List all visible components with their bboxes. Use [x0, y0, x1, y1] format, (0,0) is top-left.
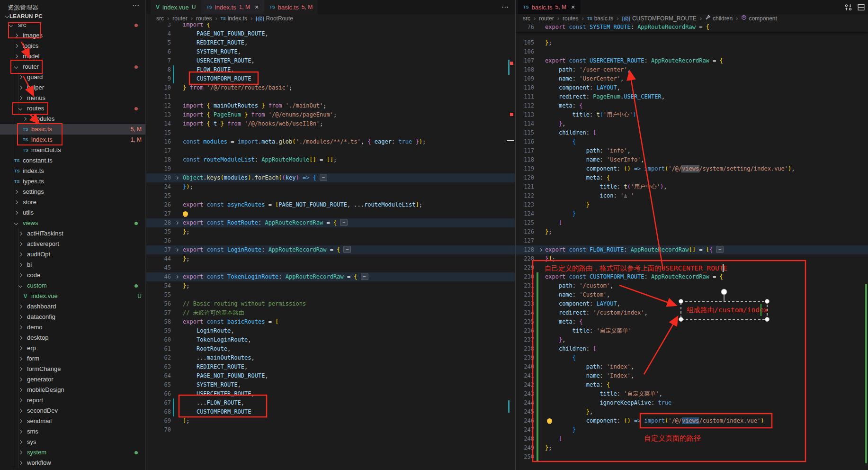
- fold-chevron-icon[interactable]: [539, 248, 542, 252]
- fold-ellipsis[interactable]: ⋯: [716, 246, 724, 253]
- code-line-64[interactable]: 64 PAGE_NOT_FOUND_ROUTE,: [146, 371, 515, 380]
- tree-item-dashboard[interactable]: dashboard: [0, 301, 145, 312]
- breadcrumb-item-src[interactable]: src: [523, 15, 530, 22]
- code-line-14[interactable]: 14import { t } from '/@/hooks/web/useI18…: [146, 119, 515, 128]
- tree-item-demo[interactable]: demo: [0, 322, 145, 333]
- code-line-66[interactable]: 66 USERCENTER_ROUTE,: [146, 389, 515, 398]
- code-line-45[interactable]: 45: [146, 263, 515, 272]
- code-line-15[interactable]: 15: [146, 128, 515, 137]
- code-line-13[interactable]: 13import { PageEnum } from '/@/enums/pag…: [146, 110, 515, 119]
- code-line-245[interactable]: 245 },: [516, 407, 868, 416]
- code-line-58[interactable]: 58export const basicRoutes = [: [146, 317, 515, 326]
- tree-item-constant.ts[interactable]: TSconstant.ts: [0, 155, 145, 166]
- code-line-248[interactable]: 248 ]: [516, 434, 868, 443]
- tree-item-secondDev[interactable]: secondDev: [0, 406, 145, 416]
- code-line-8[interactable]: 8 FLOW_ROUTE,: [146, 65, 515, 74]
- code-line-229[interactable]: 229: [516, 263, 868, 272]
- split-editor-icon[interactable]: [857, 3, 865, 11]
- code-line-113[interactable]: 113 title: t('用户中心'): [516, 110, 868, 119]
- tree-item-utils[interactable]: utils: [0, 208, 145, 218]
- code-line-70[interactable]: 70: [146, 425, 515, 434]
- tree-item-router[interactable]: router: [0, 62, 145, 72]
- code-line-246[interactable]: 246 component: () => import('/@/views/cu…: [516, 416, 868, 425]
- tree-item-src[interactable]: src: [0, 20, 145, 30]
- code-line-37[interactable]: 37export const LoginRoute: AppRouteRecor…: [146, 245, 515, 254]
- code-line-111[interactable]: 111 redirect: PageEnum.USER_CENTER,: [516, 92, 868, 101]
- code-line-4[interactable]: 4 PAGE_NOT_FOUND_ROUTE,: [146, 29, 515, 38]
- code-line-238[interactable]: 238 children: [: [516, 344, 868, 353]
- code-line-125[interactable]: 125 ]: [516, 218, 868, 227]
- tree-item-actHiTaskinst[interactable]: actHiTaskinst: [0, 228, 145, 239]
- breadcrumb-item-children[interactable]: children: [705, 15, 733, 22]
- code-line-68[interactable]: 68 CUSTOMFORM_ROUTE: [146, 407, 515, 416]
- tree-item-desktop[interactable]: desktop: [0, 333, 145, 343]
- code-line-244[interactable]: 244 ignoreKeepAlive: true: [516, 398, 868, 407]
- tree-item-mobileDesign[interactable]: mobileDesign: [0, 385, 145, 395]
- tree-item-custom[interactable]: custom: [0, 280, 145, 291]
- tree-item-activereport[interactable]: activereport: [0, 239, 145, 249]
- code-line-250[interactable]: 250: [516, 452, 868, 461]
- tab-index.ts[interactable]: TSindex.ts1, M×: [201, 0, 264, 14]
- code-line-20[interactable]: 20Object.keys(modules).forEach((key) => …: [146, 173, 515, 182]
- breadcrumb-item-router[interactable]: router: [172, 15, 187, 22]
- breadcrumb-item-routes[interactable]: routes: [563, 15, 578, 22]
- breadcrumb-item-index.ts[interactable]: TSindex.ts: [221, 15, 247, 22]
- code-line-106[interactable]: 106: [516, 47, 868, 56]
- code-line-76[interactable]: 76export const SYSTEM_ROUTE: AppRouteRec…: [516, 23, 868, 32]
- code-line-6[interactable]: 6 SYSTEM_ROUTE,: [146, 47, 515, 56]
- tree-item-guard[interactable]: guard: [0, 72, 145, 82]
- code-line-247[interactable]: 247 }: [516, 425, 868, 434]
- tab-basic.ts[interactable]: TSbasic.ts5, M: [264, 0, 318, 14]
- code-line-24[interactable]: 24});: [146, 182, 515, 191]
- tree-item-sys[interactable]: sys: [0, 437, 145, 447]
- code-line-17[interactable]: 17: [146, 146, 515, 155]
- tree-item-auditOpt[interactable]: auditOpt: [0, 249, 145, 260]
- close-icon[interactable]: ×: [571, 3, 575, 11]
- tree-item-index.vue[interactable]: Vindex.vueU: [0, 291, 145, 301]
- tree-item-formChange[interactable]: formChange: [0, 364, 145, 374]
- code-line-10[interactable]: 10} from '/@/router/routes/basic';: [146, 83, 515, 92]
- code-line-124[interactable]: 124 }: [516, 209, 868, 218]
- tree-item-mainOut.ts[interactable]: TSmainOut.ts: [0, 145, 145, 155]
- fold-chevron-icon[interactable]: [175, 221, 179, 224]
- code-line-5[interactable]: 5 REDIRECT_ROUTE,: [146, 38, 515, 47]
- code-line-127[interactable]: 127: [516, 236, 868, 245]
- tree-item-logics[interactable]: logics: [0, 41, 145, 51]
- tree-item-sendmail[interactable]: sendmail: [0, 416, 145, 426]
- code-line-116[interactable]: 116 {: [516, 137, 868, 146]
- code-line-36[interactable]: 36: [146, 236, 515, 245]
- tree-item-system[interactable]: system: [0, 447, 145, 458]
- tree-item-settings[interactable]: settings: [0, 187, 145, 197]
- code-line-115[interactable]: 115 children: [: [516, 128, 868, 137]
- fold-ellipsis[interactable]: ⋯: [361, 273, 368, 280]
- code-line-16[interactable]: 16const modules = import.meta.glob('./mo…: [146, 137, 515, 146]
- code-line-242[interactable]: 242 meta: {: [516, 380, 868, 389]
- code-line-240[interactable]: 240 path: 'index',: [516, 362, 868, 371]
- tree-item-basic.ts[interactable]: TSbasic.ts5, M: [0, 124, 145, 135]
- breadcrumb-item-src[interactable]: src: [156, 15, 164, 22]
- code-line-230[interactable]: 230export const CUSTOMFORM_ROUTE: AppRou…: [516, 272, 868, 281]
- code-line-9[interactable]: 9 CUSTOMFORM_ROUTE: [146, 74, 515, 83]
- tree-item-images[interactable]: images: [0, 30, 145, 41]
- code-line-121[interactable]: 121 title: t('用户中心'),: [516, 182, 868, 191]
- code-line-228[interactable]: 228}];: [516, 254, 868, 263]
- code-line-249[interactable]: 249};: [516, 443, 868, 452]
- code-line-61[interactable]: 61 RootRoute,: [146, 344, 515, 353]
- code-line-105[interactable]: 105};: [516, 38, 868, 47]
- breadcrumb-item-routes[interactable]: routes: [196, 15, 212, 22]
- tree-item-views[interactable]: views: [0, 218, 145, 228]
- code-line-59[interactable]: 59 LoginRoute,: [146, 326, 515, 335]
- code-line-117[interactable]: 117 path: 'info',: [516, 146, 868, 155]
- fold-chevron-icon[interactable]: [175, 248, 179, 251]
- code-line-243[interactable]: 243 title: '自定义菜单',: [516, 389, 868, 398]
- tree-item-types.ts[interactable]: TStypes.ts: [0, 176, 145, 187]
- code-line-231[interactable]: 231 path: '/custom',: [516, 281, 868, 290]
- fold-ellipsis[interactable]: ⋯: [340, 219, 348, 226]
- tree-item-sms[interactable]: sms: [0, 426, 145, 437]
- tree-item-helper[interactable]: helper: [0, 82, 145, 93]
- code-line-27[interactable]: 27: [146, 209, 515, 218]
- code-line-60[interactable]: 60 TokenLoginRoute,: [146, 335, 515, 344]
- code-line-114[interactable]: 114 },: [516, 119, 868, 128]
- code-editor-index-ts[interactable]: 3import {4 PAGE_NOT_FOUND_ROUTE,5 REDIRE…: [146, 23, 515, 470]
- tree-item-store[interactable]: store: [0, 197, 145, 208]
